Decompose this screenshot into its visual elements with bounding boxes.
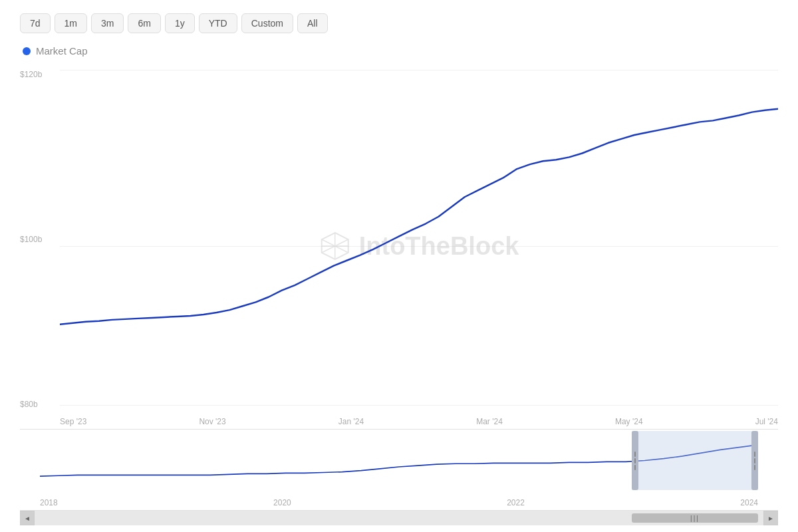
x-label-mar24: Mar '24 [476,417,503,426]
scroll-track: ||| [40,511,758,525]
mini-x-2022: 2022 [507,498,525,507]
time-filters: 7d1m3m6m1yYTDCustomAll [20,13,778,33]
mini-chart: 2018 2020 2022 2024 [20,431,778,511]
x-label-sep23: Sep '23 [60,417,86,426]
x-label-may24: May '24 [615,417,643,426]
filter-btn-custom[interactable]: Custom [241,13,293,33]
mini-x-2020: 2020 [273,498,291,507]
handle-line-1 [634,452,636,457]
left-handle[interactable] [632,431,638,490]
main-container: 7d1m3m6m1yYTDCustomAll Market Cap $120b … [0,0,798,532]
scroll-right-arrow[interactable]: ► [763,511,778,525]
mini-x-2024: 2024 [740,498,758,507]
scroll-bar: ◄ ||| ► [20,511,778,525]
filter-btn-7d[interactable]: 7d [20,13,51,33]
right-handle-lines [754,452,755,470]
handle-line-6 [754,465,755,470]
selection-overlay [632,431,758,490]
filter-btn-all[interactable]: All [297,13,328,33]
handle-line-5 [754,458,755,464]
scroll-left-arrow[interactable]: ◄ [20,511,35,525]
filter-btn-ytd[interactable]: YTD [199,13,237,33]
right-handle[interactable] [751,431,758,490]
main-chart: $120b $100b $80b IntoTheBlock [20,63,778,430]
main-chart-svg [60,63,778,350]
filter-btn-3m[interactable]: 3m [91,13,124,33]
filter-btn-1m[interactable]: 1m [55,13,87,33]
y-axis-labels: $120b $100b $80b [20,63,60,429]
y-label-100: $100b [20,235,60,244]
chart-area: $120b $100b $80b IntoTheBlock [20,63,778,525]
x-label-jul24: Jul '24 [755,417,778,426]
mini-x-2018: 2018 [40,498,58,507]
scroll-thumb-indicator: ||| [690,515,700,522]
left-handle-lines [634,452,636,470]
y-label-120: $120b [20,70,60,79]
handle-line-4 [754,452,755,457]
legend-label: Market Cap [36,45,88,57]
grid-line-bottom [60,405,778,406]
filter-btn-1y[interactable]: 1y [165,13,195,33]
scroll-thumb[interactable]: ||| [632,513,758,523]
handle-line-3 [634,465,636,470]
legend-dot [23,47,31,55]
x-label-nov23: Nov '23 [199,417,225,426]
mini-x-labels: 2018 2020 2022 2024 [40,498,758,507]
x-axis-labels: Sep '23 Nov '23 Jan '24 Mar '24 May '24 … [60,417,778,426]
filter-btn-6m[interactable]: 6m [128,13,160,33]
handle-line-2 [634,458,636,464]
legend: Market Cap [20,45,778,57]
x-label-jan24: Jan '24 [338,417,364,426]
y-label-80: $80b [20,400,60,409]
